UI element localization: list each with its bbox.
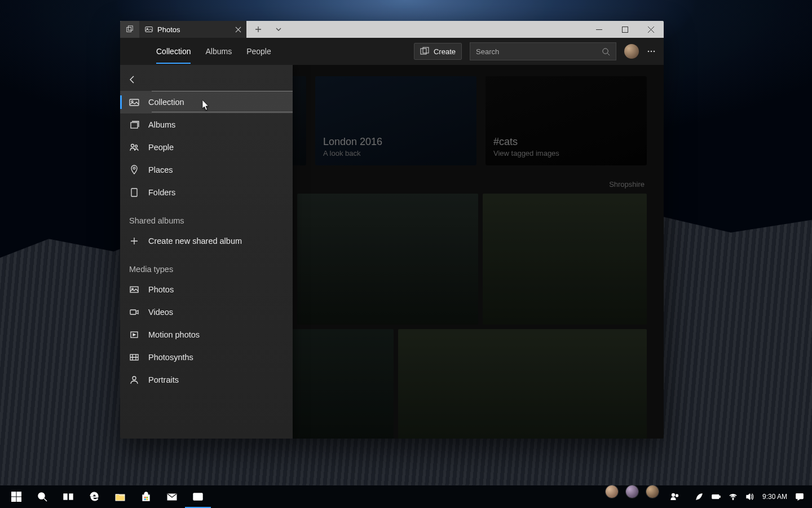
taskbar-app-photos[interactable] <box>185 485 211 508</box>
photos-app-window: Photos Collection Albums People Create <box>120 21 664 439</box>
sidebar-item-label: Albums <box>148 120 175 129</box>
people-contact[interactable] <box>646 485 659 498</box>
svg-point-8 <box>648 51 650 52</box>
pivot-people[interactable]: People <box>246 47 271 56</box>
sidebar-item-label: Videos <box>148 308 173 317</box>
tab-close-button[interactable] <box>233 24 243 34</box>
portraits-icon <box>129 375 139 385</box>
sidebar-item-portraits[interactable]: Portraits <box>120 369 293 391</box>
close-button[interactable] <box>638 21 664 38</box>
search-icon <box>602 47 610 56</box>
hero-card[interactable]: #cats View tagged images <box>486 76 647 165</box>
group-location-label: Shropshire <box>609 180 645 189</box>
svg-rect-42 <box>720 496 720 498</box>
svg-rect-24 <box>11 492 16 496</box>
svg-rect-32 <box>144 497 146 498</box>
photo-thumbnail[interactable] <box>297 194 478 325</box>
hero-card-title: #cats <box>493 136 639 148</box>
people-contact[interactable] <box>626 485 638 498</box>
people-icon <box>129 142 139 152</box>
sidebar-item-places[interactable]: Places <box>120 159 293 181</box>
svg-rect-25 <box>17 492 21 496</box>
svg-rect-34 <box>144 499 146 501</box>
sidebar-item-motion-photos[interactable]: Motion photos <box>120 323 293 346</box>
taskbar: 9:30 AM <box>0 485 812 508</box>
hero-card-subtitle: A look back <box>323 149 469 157</box>
svg-rect-1 <box>128 26 133 30</box>
pivot-albums[interactable]: Albums <box>205 47 232 56</box>
svg-rect-11 <box>130 99 139 106</box>
svg-point-40 <box>676 494 678 497</box>
photo-thumbnail[interactable] <box>483 194 647 325</box>
sets-prev-button[interactable] <box>120 21 139 38</box>
battery-icon[interactable] <box>712 492 721 501</box>
taskbar-app-edge[interactable] <box>81 485 107 508</box>
maximize-button[interactable] <box>612 21 638 38</box>
photos-icon <box>129 284 139 295</box>
svg-rect-13 <box>131 122 138 128</box>
sidebar-item-label: Places <box>148 165 173 174</box>
search-button[interactable] <box>29 485 55 508</box>
sidebar-create-shared-album[interactable]: Create new shared album <box>120 230 293 252</box>
wifi-icon[interactable] <box>729 492 738 501</box>
app-tab-photos[interactable]: Photos <box>139 21 246 38</box>
photo-thumbnail[interactable] <box>398 329 647 439</box>
tab-list-button[interactable] <box>269 21 288 38</box>
taskbar-app-explorer[interactable] <box>107 485 133 508</box>
create-button-label: Create <box>434 47 456 56</box>
hero-card[interactable]: London 2016 A look back <box>315 76 476 165</box>
titlebar: Photos <box>120 21 664 38</box>
taskbar-clock[interactable]: 9:30 AM <box>762 493 787 501</box>
pen-icon[interactable] <box>695 492 704 501</box>
svg-rect-35 <box>147 499 148 501</box>
svg-rect-29 <box>64 494 67 500</box>
sidebar-item-label: Folders <box>148 188 175 197</box>
volume-icon[interactable] <box>745 492 754 501</box>
plus-icon <box>129 236 139 246</box>
svg-point-7 <box>603 48 608 53</box>
more-icon[interactable] <box>647 47 656 56</box>
sidebar-item-people[interactable]: People <box>120 136 293 159</box>
mouse-cursor <box>202 100 210 111</box>
minimize-button[interactable] <box>586 21 612 38</box>
start-button[interactable] <box>3 485 29 508</box>
search-box[interactable]: Search <box>470 42 616 60</box>
svg-point-16 <box>133 167 135 169</box>
svg-rect-0 <box>127 28 131 32</box>
collection-icon <box>129 97 139 107</box>
sidebar-item-photos[interactable]: Photos <box>120 278 293 301</box>
pivot-tabs: Collection Albums People <box>128 47 271 56</box>
svg-rect-37 <box>193 493 202 500</box>
new-tab-button[interactable] <box>249 21 268 38</box>
task-view-button[interactable] <box>55 485 81 508</box>
action-center-icon[interactable] <box>795 492 804 501</box>
create-button[interactable]: Create <box>414 43 462 60</box>
videos-icon <box>129 307 139 317</box>
hero-card-title: London 2016 <box>323 136 469 148</box>
sidebar-item-label: Photos <box>148 285 174 294</box>
account-avatar[interactable] <box>624 44 639 59</box>
search-placeholder: Search <box>476 47 499 56</box>
svg-point-44 <box>732 499 734 500</box>
sidebar-item-label: Portraits <box>148 375 179 384</box>
taskbar-app-mail[interactable] <box>159 485 185 508</box>
svg-point-15 <box>135 145 138 147</box>
svg-point-10 <box>654 51 655 52</box>
app-tab-label: Photos <box>157 25 180 34</box>
svg-rect-17 <box>131 189 137 196</box>
sidebar-item-videos[interactable]: Videos <box>120 301 293 323</box>
sidebar-item-folders[interactable]: Folders <box>120 181 293 204</box>
back-button[interactable] <box>120 68 145 91</box>
people-contact[interactable] <box>606 485 618 498</box>
svg-point-14 <box>131 144 134 147</box>
pivot-collection[interactable]: Collection <box>156 47 191 64</box>
folders-icon <box>129 187 139 198</box>
sidebar-item-photosynths[interactable]: Photosynths <box>120 346 293 369</box>
sidebar-item-albums[interactable]: Albums <box>120 113 293 136</box>
taskbar-app-store[interactable] <box>133 485 159 508</box>
sidebar-item-label: Motion photos <box>148 330 200 339</box>
people-button[interactable] <box>667 485 683 508</box>
svg-point-28 <box>38 493 45 499</box>
svg-rect-27 <box>17 497 21 502</box>
photosynths-icon <box>129 352 139 362</box>
